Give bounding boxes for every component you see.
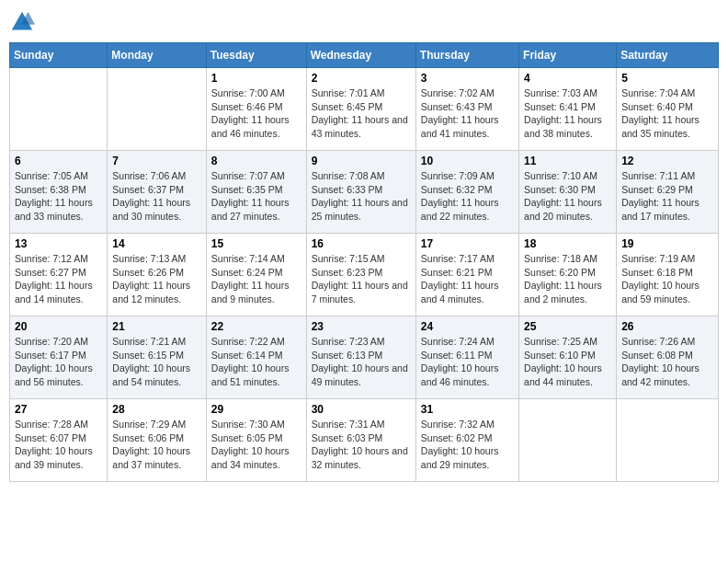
calendar-cell: 19Sunrise: 7:19 AMSunset: 6:18 PMDayligh… [617,234,719,316]
day-info: Sunrise: 7:25 AMSunset: 6:10 PMDaylight:… [524,335,611,389]
weekday-header-friday: Friday [519,43,617,68]
logo [9,9,39,35]
page-header [9,9,719,35]
day-number: 14 [112,237,200,250]
day-info: Sunrise: 7:18 AMSunset: 6:20 PMDaylight:… [524,252,611,306]
calendar-cell: 12Sunrise: 7:11 AMSunset: 6:29 PMDayligh… [617,151,719,234]
weekday-header-sunday: Sunday [10,43,108,68]
day-number: 26 [621,320,713,333]
calendar-cell: 29Sunrise: 7:30 AMSunset: 6:05 PMDayligh… [206,399,306,482]
day-number: 30 [312,403,411,416]
day-info: Sunrise: 7:29 AMSunset: 6:06 PMDaylight:… [112,418,200,472]
day-info: Sunrise: 7:06 AMSunset: 6:37 PMDaylight:… [112,169,200,224]
calendar-cell: 27Sunrise: 7:28 AMSunset: 6:07 PMDayligh… [10,399,108,482]
calendar-cell: 13Sunrise: 7:12 AMSunset: 6:27 PMDayligh… [10,234,108,316]
weekday-header-row: SundayMondayTuesdayWednesdayThursdayFrid… [10,43,719,68]
calendar-cell: 5Sunrise: 7:04 AMSunset: 6:40 PMDaylight… [617,68,719,151]
day-number: 12 [621,155,713,167]
day-number: 20 [15,320,102,333]
day-info: Sunrise: 7:14 AMSunset: 6:24 PMDaylight:… [211,252,301,306]
day-number: 5 [621,72,713,85]
day-info: Sunrise: 7:09 AMSunset: 6:32 PMDaylight:… [421,169,514,224]
day-info: Sunrise: 7:08 AMSunset: 6:33 PMDaylight:… [312,169,411,224]
calendar-body: 1Sunrise: 7:00 AMSunset: 6:46 PMDaylight… [10,68,719,482]
day-number: 1 [211,72,301,85]
day-number: 19 [621,237,713,250]
weekday-header-tuesday: Tuesday [206,43,306,68]
calendar-cell: 16Sunrise: 7:15 AMSunset: 6:23 PMDayligh… [306,234,415,316]
calendar-cell: 2Sunrise: 7:01 AMSunset: 6:45 PMDaylight… [306,68,415,151]
day-info: Sunrise: 7:02 AMSunset: 6:43 PMDaylight:… [421,86,514,141]
calendar-cell: 8Sunrise: 7:07 AMSunset: 6:35 PMDaylight… [206,151,306,234]
day-number: 27 [15,403,102,416]
day-number: 31 [421,403,514,416]
calendar-cell: 28Sunrise: 7:29 AMSunset: 6:06 PMDayligh… [108,399,206,482]
day-info: Sunrise: 7:20 AMSunset: 6:17 PMDaylight:… [15,335,102,389]
day-number: 10 [421,155,514,167]
day-info: Sunrise: 7:28 AMSunset: 6:07 PMDaylight:… [15,418,102,472]
calendar-cell: 23Sunrise: 7:23 AMSunset: 6:13 PMDayligh… [306,316,415,399]
calendar-week-2: 6Sunrise: 7:05 AMSunset: 6:38 PMDaylight… [10,151,719,234]
calendar-cell: 15Sunrise: 7:14 AMSunset: 6:24 PMDayligh… [206,234,306,316]
day-info: Sunrise: 7:31 AMSunset: 6:03 PMDaylight:… [312,418,411,472]
calendar-cell [10,68,108,151]
day-info: Sunrise: 7:26 AMSunset: 6:08 PMDaylight:… [621,335,713,389]
day-number: 29 [211,403,301,416]
day-number: 28 [112,403,200,416]
day-info: Sunrise: 7:23 AMSunset: 6:13 PMDaylight:… [312,335,411,389]
calendar-cell [519,399,617,482]
calendar-cell: 9Sunrise: 7:08 AMSunset: 6:33 PMDaylight… [306,151,415,234]
day-info: Sunrise: 7:17 AMSunset: 6:21 PMDaylight:… [421,252,514,306]
calendar-cell: 18Sunrise: 7:18 AMSunset: 6:20 PMDayligh… [519,234,617,316]
day-info: Sunrise: 7:15 AMSunset: 6:23 PMDaylight:… [312,252,411,306]
calendar-header: SundayMondayTuesdayWednesdayThursdayFrid… [10,43,719,68]
calendar-cell: 1Sunrise: 7:00 AMSunset: 6:46 PMDaylight… [206,68,306,151]
day-number: 23 [312,320,411,333]
day-number: 3 [421,72,514,85]
calendar-cell: 31Sunrise: 7:32 AMSunset: 6:02 PMDayligh… [415,399,518,482]
day-info: Sunrise: 7:05 AMSunset: 6:38 PMDaylight:… [15,169,102,224]
day-number: 16 [312,237,411,250]
day-info: Sunrise: 7:30 AMSunset: 6:05 PMDaylight:… [211,418,301,472]
day-number: 24 [421,320,514,333]
day-info: Sunrise: 7:24 AMSunset: 6:11 PMDaylight:… [421,335,514,389]
day-info: Sunrise: 7:00 AMSunset: 6:46 PMDaylight:… [211,86,301,141]
calendar-cell: 22Sunrise: 7:22 AMSunset: 6:14 PMDayligh… [206,316,306,399]
calendar-cell: 10Sunrise: 7:09 AMSunset: 6:32 PMDayligh… [415,151,518,234]
day-number: 25 [524,320,611,333]
day-number: 8 [211,155,301,167]
calendar-cell: 14Sunrise: 7:13 AMSunset: 6:26 PMDayligh… [108,234,206,316]
day-number: 15 [211,237,301,250]
calendar-cell: 4Sunrise: 7:03 AMSunset: 6:41 PMDaylight… [519,68,617,151]
day-info: Sunrise: 7:13 AMSunset: 6:26 PMDaylight:… [112,252,200,306]
calendar-cell [617,399,719,482]
day-number: 6 [15,155,102,167]
day-number: 22 [211,320,301,333]
day-info: Sunrise: 7:22 AMSunset: 6:14 PMDaylight:… [211,335,301,389]
day-number: 13 [15,237,102,250]
day-number: 9 [312,155,411,167]
calendar-cell: 17Sunrise: 7:17 AMSunset: 6:21 PMDayligh… [415,234,518,316]
calendar-week-5: 27Sunrise: 7:28 AMSunset: 6:07 PMDayligh… [10,399,719,482]
day-info: Sunrise: 7:32 AMSunset: 6:02 PMDaylight:… [421,418,514,472]
day-info: Sunrise: 7:03 AMSunset: 6:41 PMDaylight:… [524,86,611,141]
calendar-cell: 26Sunrise: 7:26 AMSunset: 6:08 PMDayligh… [617,316,719,399]
calendar-cell: 7Sunrise: 7:06 AMSunset: 6:37 PMDaylight… [108,151,206,234]
calendar-week-1: 1Sunrise: 7:00 AMSunset: 6:46 PMDaylight… [10,68,719,151]
day-info: Sunrise: 7:21 AMSunset: 6:15 PMDaylight:… [112,335,200,389]
calendar-cell: 30Sunrise: 7:31 AMSunset: 6:03 PMDayligh… [306,399,415,482]
day-info: Sunrise: 7:19 AMSunset: 6:18 PMDaylight:… [621,252,713,306]
day-info: Sunrise: 7:10 AMSunset: 6:30 PMDaylight:… [524,169,611,224]
calendar-cell: 6Sunrise: 7:05 AMSunset: 6:38 PMDaylight… [10,151,108,234]
day-number: 7 [112,155,200,167]
day-info: Sunrise: 7:11 AMSunset: 6:29 PMDaylight:… [621,169,713,224]
weekday-header-saturday: Saturday [617,43,719,68]
weekday-header-thursday: Thursday [415,43,518,68]
day-number: 4 [524,72,611,85]
day-number: 18 [524,237,611,250]
calendar-cell: 20Sunrise: 7:20 AMSunset: 6:17 PMDayligh… [10,316,108,399]
day-info: Sunrise: 7:04 AMSunset: 6:40 PMDaylight:… [621,86,713,141]
calendar-cell: 11Sunrise: 7:10 AMSunset: 6:30 PMDayligh… [519,151,617,234]
calendar-table: SundayMondayTuesdayWednesdayThursdayFrid… [9,42,719,482]
weekday-header-monday: Monday [108,43,206,68]
